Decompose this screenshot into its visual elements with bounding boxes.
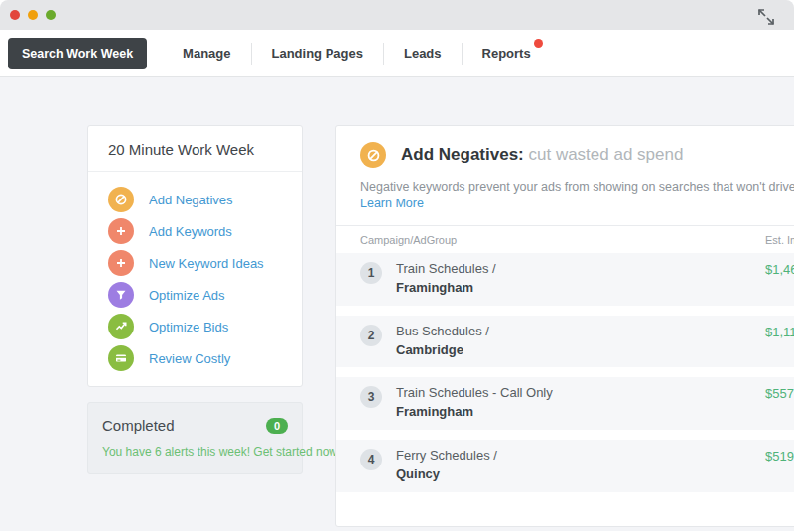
table-row[interactable]: 2 Bus Schedules / Cambridge $1,11	[336, 316, 794, 368]
expand-arrows-icon[interactable]	[754, 5, 778, 33]
maximize-icon[interactable]	[46, 10, 56, 20]
row-number-badge: 1	[360, 262, 382, 284]
adgroup-name: Framingham	[396, 403, 553, 422]
sidebar-item-label: Review Costly	[149, 351, 230, 366]
adgroup-name: Cambridge	[396, 341, 489, 360]
nav-tab-reports-label: Reports	[482, 46, 531, 61]
campaign-cell: Ferry Schedules / Quincy	[396, 447, 497, 484]
no-symbol-icon	[360, 142, 386, 168]
sidebar-item-optimize-bids[interactable]: Optimize Bids	[88, 311, 302, 342]
campaign-cell: Train Schedules / Framingham	[396, 260, 496, 298]
sidebar-menu: Add Negatives Add Keywords	[88, 172, 302, 386]
notification-dot	[534, 39, 543, 48]
sidebar-item-add-keywords[interactable]: Add Keywords	[88, 215, 302, 247]
minimize-icon[interactable]	[28, 10, 38, 20]
campaign-cell: Train Schedules - Call Only Framingham	[396, 384, 553, 422]
alerts-message[interactable]: You have 6 alerts this week! Get started…	[102, 445, 288, 459]
nav-tab-landing-pages[interactable]: Landing Pages	[252, 46, 383, 61]
row-number-badge: 2	[360, 325, 382, 346]
column-est-impact: Est. Im	[765, 234, 794, 246]
plus-icon	[108, 218, 134, 244]
table-row[interactable]: 1 Train Schedules / Framingham $1,46	[336, 253, 794, 306]
sidebar-item-label: Add Keywords	[149, 224, 232, 239]
sidebar: 20 Minute Work Week Add Negatives	[87, 125, 303, 474]
completed-title: Completed	[102, 417, 175, 434]
campaign-cell: Bus Schedules / Cambridge	[396, 323, 489, 360]
completed-panel: Completed 0 You have 6 alerts this week!…	[87, 402, 303, 474]
description-text: Negative keywords prevent your ads from …	[360, 180, 794, 194]
completed-count-badge: 0	[266, 418, 288, 434]
est-impact-value: $1,46	[765, 262, 794, 277]
table-row[interactable]: 3 Train Schedules - Call Only Framingham…	[336, 377, 794, 430]
column-campaign-adgroup: Campaign/AdGroup	[360, 234, 457, 246]
row-number-badge: 4	[360, 449, 382, 470]
nav-tab-leads[interactable]: Leads	[384, 46, 462, 61]
sidebar-item-label: New Keyword Ideas	[149, 256, 264, 271]
work-week-card: 20 Minute Work Week Add Negatives	[87, 125, 303, 387]
negatives-table: Campaign/AdGroup Est. Im 1 Train Schedul…	[336, 225, 794, 492]
trend-up-icon	[108, 314, 134, 339]
sidebar-item-label: Optimize Ads	[149, 288, 225, 303]
sidebar-item-label: Optimize Bids	[149, 320, 228, 334]
campaign-name: Train Schedules /	[396, 260, 496, 279]
window-titlebar	[0, 0, 794, 30]
campaign-name: Ferry Schedules /	[396, 447, 497, 466]
page-content: 20 Minute Work Week Add Negatives	[0, 77, 794, 531]
credit-card-icon	[108, 345, 134, 371]
panel-subtitle: cut wasted ad spend	[528, 145, 683, 164]
window-controls	[10, 10, 56, 20]
est-impact-value: $557.	[765, 386, 794, 401]
campaign-name: Train Schedules - Call Only	[396, 384, 553, 403]
panel-title-text: Add Negatives:	[401, 145, 524, 164]
panel-header: Add Negatives: cut wasted ad spend	[336, 126, 794, 180]
no-symbol-icon	[108, 187, 134, 212]
sidebar-item-new-keyword-ideas[interactable]: New Keyword Ideas	[88, 247, 302, 279]
panel-description: Negative keywords prevent your ads from …	[336, 180, 794, 194]
panel-title: Add Negatives: cut wasted ad spend	[401, 145, 683, 165]
table-row[interactable]: 4 Ferry Schedules / Quincy $519.	[336, 440, 794, 492]
funnel-icon	[108, 282, 134, 308]
top-navbar: Search Work Week Manage Landing Pages Le…	[0, 30, 794, 77]
nav-tab-reports[interactable]: Reports	[463, 46, 551, 61]
add-negatives-panel: Add Negatives: cut wasted ad spend Negat…	[335, 125, 794, 527]
close-icon[interactable]	[10, 10, 20, 20]
campaign-name: Bus Schedules /	[396, 323, 489, 341]
sidebar-item-review-costly[interactable]: Review Costly	[88, 342, 302, 374]
adgroup-name: Quincy	[396, 466, 497, 484]
nav-tab-manage[interactable]: Manage	[163, 46, 250, 61]
est-impact-value: $519.	[765, 449, 794, 464]
sidebar-item-add-negatives[interactable]: Add Negatives	[88, 184, 302, 215]
sidebar-title: 20 Minute Work Week	[88, 126, 302, 172]
learn-more-link[interactable]: Learn More	[336, 194, 794, 210]
plus-icon	[108, 250, 134, 276]
sidebar-item-optimize-ads[interactable]: Optimize Ads	[88, 279, 302, 311]
adgroup-name: Framingham	[396, 279, 496, 298]
completed-header: Completed 0	[102, 417, 288, 434]
sidebar-item-label: Add Negatives	[149, 193, 233, 207]
row-number-badge: 3	[360, 386, 382, 408]
est-impact-value: $1,11	[765, 325, 794, 339]
table-header: Campaign/AdGroup Est. Im	[336, 225, 794, 253]
nav-tab-search-work-week[interactable]: Search Work Week	[8, 38, 147, 69]
